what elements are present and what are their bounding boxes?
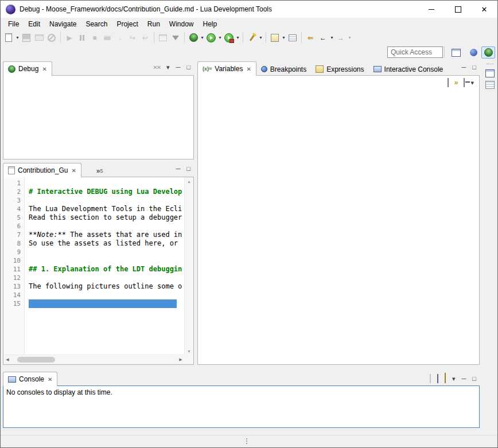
run-dropdown[interactable]: ▾ <box>217 35 223 40</box>
close-tab-icon[interactable]: ✕ <box>246 66 251 72</box>
menu-window[interactable]: Window <box>165 19 199 29</box>
line-number[interactable]: 3 <box>3 196 24 205</box>
menu-help[interactable]: Help <box>199 19 222 29</box>
launch-shortcut-button[interactable] <box>246 32 258 44</box>
suspend-button[interactable] <box>76 32 88 44</box>
hidden-tabs-chevron[interactable]: » 5 <box>96 165 103 177</box>
step-into-button[interactable]: ↓ <box>114 32 126 44</box>
scroll-left-arrow[interactable]: ◀ <box>3 355 11 364</box>
minimize-button[interactable] <box>418 1 445 18</box>
line-number[interactable]: 11 <box>3 265 24 274</box>
scroll-right-arrow[interactable]: ▶ <box>177 355 185 364</box>
coverage-button[interactable] <box>286 32 299 44</box>
menu-run[interactable]: Run <box>143 19 165 29</box>
line-number[interactable]: 2 <box>3 188 24 196</box>
editor-line[interactable]: 12 <box>3 274 185 282</box>
view-menu-icon[interactable]: ▾ <box>470 80 474 86</box>
maximize-view-button[interactable]: □ <box>186 166 190 172</box>
maximize-view-button[interactable]: □ <box>472 376 476 382</box>
step-return-button[interactable]: ↩ <box>139 32 151 44</box>
editor-line[interactable]: 6 <box>3 222 185 231</box>
outline-view-icon[interactable] <box>485 81 495 89</box>
open-console-button[interactable] <box>445 375 446 383</box>
launch-shortcut-dropdown[interactable]: ▾ <box>258 35 263 40</box>
save-button[interactable] <box>20 32 33 44</box>
remove-terminated-button[interactable]: ✕✕ <box>153 64 160 71</box>
new-wizard-button[interactable] <box>269 32 281 44</box>
line-number[interactable]: 5 <box>3 213 24 222</box>
back-button[interactable]: ← <box>317 32 329 44</box>
forward-button[interactable]: → <box>334 32 347 44</box>
horizontal-scrollbar[interactable]: ◀ ▶ <box>3 354 185 364</box>
editor-line[interactable]: 13The following pictures outline some o <box>3 282 185 291</box>
use-step-filters-button[interactable] <box>169 32 182 44</box>
ldt-perspective-button[interactable] <box>466 46 480 59</box>
show-columns-button[interactable]: » <box>454 79 458 86</box>
open-perspective-button[interactable] <box>449 46 463 59</box>
external-tools-button[interactable] <box>223 32 235 44</box>
display-selected-console-button[interactable] <box>437 375 438 383</box>
menu-file[interactable]: File <box>3 19 24 29</box>
pin-console-button[interactable] <box>430 375 431 383</box>
debug-view-content[interactable] <box>3 75 194 159</box>
debug-button[interactable] <box>187 32 200 44</box>
debug-dropdown[interactable]: ▾ <box>200 35 205 40</box>
scrollbar-thumb[interactable] <box>17 357 55 363</box>
line-number[interactable]: 10 <box>3 256 24 265</box>
step-over-button[interactable]: ↪ <box>126 32 139 44</box>
line-number[interactable]: 13 <box>3 282 24 291</box>
editor-line[interactable]: 14 <box>3 291 185 299</box>
vertical-scrollbar[interactable]: ▲ ▼ <box>184 177 193 355</box>
new-dropdown[interactable]: ▾ <box>15 35 20 40</box>
skip-all-breakpoints-button[interactable] <box>45 32 58 44</box>
tab-contribution-guide[interactable]: Contribution_Gu ✕ <box>3 163 81 177</box>
open-console-dropdown[interactable]: ▾ <box>452 376 456 382</box>
show-logical-structures-button[interactable] <box>448 79 449 87</box>
tab-breakpoints[interactable]: Breakpoints <box>256 63 311 76</box>
editor-line[interactable]: 9 <box>3 248 185 256</box>
close-tab-icon[interactable]: ✕ <box>71 167 76 174</box>
close-button[interactable]: ✕ <box>471 1 497 18</box>
line-number[interactable]: 7 <box>3 231 24 239</box>
menu-edit[interactable]: Edit <box>24 19 45 29</box>
collapse-all-button[interactable] <box>464 79 465 87</box>
line-number[interactable]: 6 <box>3 222 24 231</box>
line-number[interactable]: 4 <box>3 205 24 213</box>
line-number[interactable]: 9 <box>3 248 24 256</box>
new-button[interactable] <box>2 32 15 44</box>
close-tab-icon[interactable]: ✕ <box>42 66 46 72</box>
editor-line[interactable]: 8So use the assets as listed here, or <box>3 239 185 248</box>
editor-line[interactable]: 5Read this section to setup a debugger <box>3 213 185 222</box>
tab-variables[interactable]: (x)= Variables ✕ <box>197 61 256 76</box>
editor-line[interactable]: 4The Lua Development Tools in the Ecli <box>3 205 185 213</box>
tab-debug[interactable]: Debug ✕ <box>3 61 52 76</box>
menu-project[interactable]: Project <box>112 19 142 29</box>
trim-drag-handle[interactable] <box>246 437 247 445</box>
editor-line[interactable]: 1 <box>3 179 185 188</box>
minimized-view-icon[interactable] <box>485 69 495 77</box>
line-number[interactable]: 12 <box>3 274 24 282</box>
minimize-view-button[interactable]: ─ <box>176 64 181 71</box>
line-number[interactable]: 1 <box>3 179 24 188</box>
new-wizard-dropdown[interactable]: ▾ <box>281 35 286 40</box>
tab-interactive-console[interactable]: Interactive Console <box>369 63 448 76</box>
scroll-up-arrow[interactable]: ▲ <box>185 177 193 185</box>
disconnect-button[interactable] <box>101 32 114 44</box>
last-edit-location-button[interactable]: ⇐ <box>304 32 317 44</box>
back-dropdown[interactable]: ▾ <box>329 35 334 40</box>
console-content[interactable]: No consoles to display at this time. <box>3 385 480 428</box>
run-button[interactable] <box>205 32 217 44</box>
title-bar[interactable]: Debug - Moose_Framework/docs/Contributio… <box>1 1 497 18</box>
quick-access-box[interactable]: Quick Access <box>387 46 443 58</box>
trim-grip[interactable] <box>487 64 493 66</box>
tab-console[interactable]: Console ✕ <box>3 372 57 386</box>
editor-line[interactable]: 2# Interactive DEBUG using Lua Develop <box>3 188 185 196</box>
editor-line[interactable]: 15 <box>3 299 185 308</box>
variables-content[interactable] <box>197 75 480 365</box>
menu-navigate[interactable]: Navigate <box>45 19 81 29</box>
minimize-view-button[interactable]: ─ <box>462 64 466 71</box>
debug-perspective-button[interactable] <box>481 46 495 59</box>
line-number[interactable]: 14 <box>3 291 24 299</box>
view-menu-icon[interactable]: ▾ <box>166 64 170 71</box>
maximize-button[interactable] <box>445 1 471 18</box>
